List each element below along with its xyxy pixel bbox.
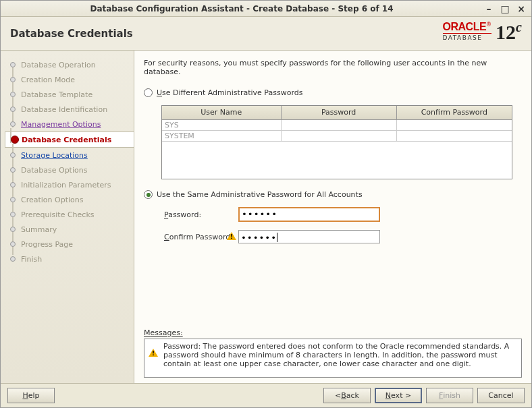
page-title: Database Credentials <box>10 28 133 40</box>
col-confirm-password: Confirm Password <box>396 106 512 119</box>
step-management-options[interactable]: Management Options <box>7 117 134 132</box>
messages-box: Password: The password entered does not … <box>144 339 522 378</box>
next-button[interactable]: Next > <box>375 388 422 403</box>
option-same-password[interactable]: Use the Same Administrative Password for… <box>144 190 522 199</box>
step-dot-icon <box>10 77 16 82</box>
step-dot-icon <box>10 167 16 173</box>
cell-confirm <box>396 130 512 141</box>
step-dot-icon <box>10 197 16 202</box>
confirm-password-field[interactable]: •••••• <box>238 230 380 243</box>
intro-text: For security reasons, you must specify p… <box>144 59 522 76</box>
step-prerequisite-checks: Prerequisite Checks <box>7 207 134 222</box>
registered-icon: ® <box>486 22 491 28</box>
password-field[interactable]: •••••• <box>238 207 380 222</box>
radio-different-passwords[interactable] <box>144 88 153 97</box>
back-button[interactable]: < Back <box>323 388 371 403</box>
step-creation-options: Creation Options <box>7 192 134 207</box>
header: Database Credentials ORACLE® DATABASE 12… <box>1 17 531 51</box>
step-finish: Finish <box>7 252 134 266</box>
cell-password <box>281 119 396 130</box>
step-dot-icon <box>10 256 16 262</box>
brand-logo: ORACLE® DATABASE 12c <box>443 21 522 41</box>
step-dot-icon <box>11 136 19 144</box>
step-database-options: Database Options <box>7 163 134 177</box>
step-dot-icon <box>10 62 16 67</box>
confirm-password-row: Confirm Password: •••••• <box>164 230 522 243</box>
step-dot-icon <box>10 121 16 127</box>
step-storage-locations[interactable]: Storage Locations <box>7 148 134 163</box>
footer: Help < Back Next > Finish Cancel <box>1 383 531 407</box>
step-progress-page: Progress Page <box>7 237 134 252</box>
window-title: Database Configuration Assistant - Creat… <box>5 4 479 13</box>
cell-user: SYS <box>162 119 281 130</box>
step-dot-icon <box>10 227 16 232</box>
window-root: Database Configuration Assistant - Creat… <box>0 0 532 408</box>
col-user-name: User Name <box>162 106 281 119</box>
version-text: 12c <box>496 21 522 41</box>
step-database-credentials: Database Credentials <box>5 132 134 148</box>
messages-label: Messages: <box>144 328 522 337</box>
option-same-label: Use the Same Administrative Password for… <box>157 190 363 199</box>
cell-confirm <box>396 119 512 130</box>
step-dot-icon <box>10 182 16 187</box>
step-dot-icon <box>10 241 16 247</box>
step-dot-icon <box>10 92 16 97</box>
step-database-operation: Database Operation <box>7 57 134 72</box>
cell-user: SYSTEM <box>162 130 281 141</box>
warning-icon <box>149 342 159 374</box>
brand-text: ORACLE <box>443 21 487 32</box>
body: Database Operation Creation Mode Databas… <box>1 51 531 383</box>
warning-icon <box>227 232 236 241</box>
option-different-passwords[interactable]: Use Different Administrative Passwords <box>144 88 522 97</box>
user-password-grid: User Name Password Confirm Password SYS … <box>161 105 512 179</box>
table-row: SYSTEM <box>162 130 512 141</box>
step-dot-icon <box>10 152 16 158</box>
cell-password <box>281 130 396 141</box>
messages-text: Password: The password entered does not … <box>163 342 517 374</box>
wizard-steps-sidebar: Database Operation Creation Mode Databas… <box>1 51 134 383</box>
step-dot-icon <box>10 212 16 217</box>
brand-subtext: DATABASE <box>443 33 492 41</box>
option-different-label: Use Different Administrative Passwords <box>157 88 302 97</box>
finish-button: Finish <box>426 388 473 403</box>
step-dot-icon <box>10 107 16 112</box>
password-row: Password: •••••• <box>164 207 522 222</box>
step-database-identification: Database Identification <box>7 102 134 117</box>
close-button[interactable]: × <box>515 3 527 15</box>
step-summary: Summary <box>7 222 134 237</box>
titlebar: Database Configuration Assistant - Creat… <box>1 1 531 17</box>
step-creation-mode: Creation Mode <box>7 72 134 87</box>
help-button[interactable]: Help <box>7 388 55 403</box>
table-row: SYS <box>162 119 512 130</box>
step-database-template: Database Template <box>7 87 134 102</box>
password-label: Password: <box>164 210 238 219</box>
maximize-button[interactable]: □ <box>499 3 511 15</box>
radio-same-password[interactable] <box>144 190 153 199</box>
cancel-button[interactable]: Cancel <box>477 388 525 403</box>
step-initialization-parameters: Initialization Parameters <box>7 177 134 192</box>
main-panel: For security reasons, you must specify p… <box>134 51 531 383</box>
col-password: Password <box>281 106 396 119</box>
minimize-button[interactable]: – <box>483 3 495 15</box>
